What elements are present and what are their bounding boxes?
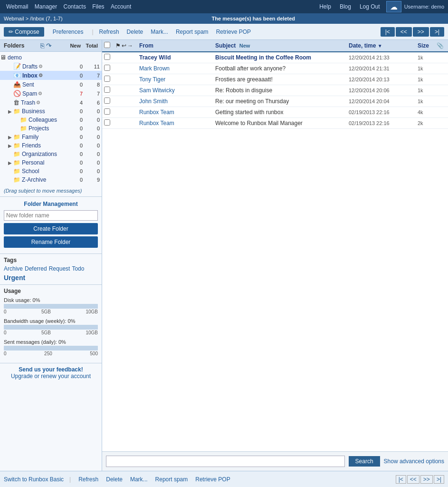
report-spam-link[interactable]: Report spam	[174, 29, 210, 35]
email-row[interactable]: Runbox TeamGetting started with runbox02…	[102, 107, 448, 118]
create-folder-button[interactable]: Create Folder	[4, 223, 98, 234]
folder-item-drafts[interactable]: 📝Drafts⚙011	[0, 62, 102, 71]
gear-icon-spam[interactable]: ⚙	[38, 91, 42, 96]
rename-folder-button[interactable]: Rename Folder	[4, 236, 98, 248]
advanced-search-link[interactable]: Show advanced options	[384, 458, 444, 465]
email-row[interactable]: Runbox TeamWelcome to Runbox Mail Manage…	[102, 118, 448, 129]
upgrade-link[interactable]: Upgrade or renew your account	[4, 373, 98, 380]
gear-icon-drafts[interactable]: ⚙	[38, 64, 43, 69]
folder-counts-z-archive: 09	[71, 177, 100, 183]
folder-new-count-school: 0	[71, 168, 83, 174]
email-row[interactable]: John SmithRe: our meeting on Thursday12/…	[102, 96, 448, 107]
bottom-delete-link[interactable]: Delete	[104, 476, 124, 483]
nav-account[interactable]: Account	[111, 3, 131, 10]
sent-usage-bar-bg	[4, 346, 98, 351]
nav-files[interactable]: Files	[92, 3, 104, 10]
bottom-nav-last-button[interactable]: >|	[434, 475, 444, 484]
nav-help[interactable]: Help	[319, 3, 331, 10]
email-checkbox-0[interactable]	[104, 54, 110, 60]
nav-last-button[interactable]: >|	[430, 27, 444, 37]
tag-request[interactable]: Request	[49, 265, 70, 272]
folder-counts-inbox: 07	[71, 73, 100, 78]
email-checkbox-2[interactable]	[104, 76, 110, 82]
folder-item-organizations[interactable]: 📁Organizations00	[0, 150, 102, 158]
folder-copy-icon[interactable]: ⎘	[40, 42, 44, 49]
folder-expand-friends[interactable]: ▶	[7, 143, 13, 148]
nav-contacts[interactable]: Contacts	[64, 3, 86, 10]
nav-manager[interactable]: Manager	[35, 3, 57, 10]
select-all-checkbox[interactable]	[104, 42, 110, 48]
email-row[interactable]: Mark BrownFootball after work anyone?12/…	[102, 63, 448, 74]
bottom-report-spam-link[interactable]: Report spam	[153, 476, 190, 483]
refresh-link[interactable]: Refresh	[97, 29, 121, 35]
retrieve-pop-link[interactable]: Retrieve POP	[214, 29, 253, 35]
folder-item-colleagues[interactable]: 📁Colleagues00	[0, 116, 102, 124]
flag-icon: ⚑	[115, 42, 121, 49]
switch-to-basic-link[interactable]: Switch to Runbox Basic	[4, 476, 64, 483]
folder-item-sent[interactable]: 📤Sent08	[0, 80, 102, 89]
folder-new-count-family: 0	[71, 134, 83, 140]
folder-item-business[interactable]: ▶📁Business00	[0, 107, 102, 116]
bottom-nav-next-button[interactable]: >>	[420, 475, 433, 484]
search-input[interactable]	[106, 456, 345, 467]
folder-item-demo[interactable]: 🖥demo	[0, 53, 102, 62]
email-checkbox-1[interactable]	[104, 65, 110, 71]
email-date-0: 12/20/2014 21:33	[349, 55, 418, 60]
folder-item-school[interactable]: 📁School00	[0, 167, 102, 175]
folder-item-trash[interactable]: 🗑Trash⚙46	[0, 98, 102, 107]
feedback-link[interactable]: Send us your feedback!	[4, 366, 98, 373]
nav-blog[interactable]: Blog	[340, 3, 351, 10]
flags-col: ⚑ ↩ →	[115, 42, 139, 49]
pagination-controls: |< << >> >|	[381, 27, 444, 37]
compose-button[interactable]: ✏ Compose	[4, 27, 44, 37]
search-button[interactable]: Search	[349, 456, 380, 467]
folder-counts-friends: 00	[71, 143, 100, 148]
folder-item-personal[interactable]: ▶📁Personal00	[0, 158, 102, 167]
folder-item-z-archive[interactable]: 📁Z-Archive09	[0, 175, 102, 184]
nav-webmail[interactable]: Webmail	[6, 3, 28, 10]
folder-name-spam: Spam⚙	[22, 90, 71, 97]
folder-item-projects[interactable]: 📁Projects00	[0, 124, 102, 133]
tag-todo[interactable]: Todo	[72, 265, 84, 272]
bottom-mark-link[interactable]: Mark...	[128, 476, 150, 483]
folder-move-icon[interactable]: ↷	[46, 42, 52, 49]
folder-total-count-trash: 6	[86, 100, 100, 106]
sent-scale: 0250500	[4, 351, 98, 356]
email-row[interactable]: Tracey WildBiscuit Meeting in the Coffee…	[102, 52, 448, 63]
folder-total-count-spam: 7	[86, 91, 100, 97]
folder-icon-demo: 🖥	[0, 54, 6, 61]
tag-archive[interactable]: Archive	[4, 265, 23, 272]
tag-deferred[interactable]: Deferred	[25, 265, 47, 272]
preferences-button[interactable]: Preferences	[48, 27, 88, 37]
gear-icon-inbox[interactable]: ⚙	[38, 73, 43, 78]
email-checkbox-4[interactable]	[104, 97, 110, 104]
folder-expand-business[interactable]: ▶	[7, 109, 13, 114]
folder-item-family[interactable]: ▶📁Family00	[0, 133, 102, 141]
nav-logout[interactable]: Log Out	[360, 3, 380, 10]
email-list: Tracey WildBiscuit Meeting in the Coffee…	[102, 52, 448, 451]
folder-item-friends[interactable]: ▶📁Friends00	[0, 141, 102, 150]
email-checkbox-3[interactable]	[104, 87, 110, 93]
delete-link[interactable]: Delete	[125, 29, 145, 35]
nav-first-button[interactable]: |<	[381, 27, 395, 37]
folder-item-inbox[interactable]: 📧Inbox⚙07	[0, 71, 102, 80]
folder-expand-personal[interactable]: ▶	[7, 160, 13, 166]
bottom-refresh-link[interactable]: Refresh	[76, 476, 100, 483]
email-row[interactable]: Sam WitwickyRe: Robots in disguise12/20/…	[102, 85, 448, 96]
folder-new-count-trash: 4	[71, 100, 83, 106]
bottom-nav-prev-button[interactable]: <<	[407, 475, 419, 484]
folder-expand-family[interactable]: ▶	[7, 135, 13, 140]
bottom-retrieve-pop-link[interactable]: Retrieve POP	[193, 476, 232, 483]
new-folder-input[interactable]	[4, 210, 98, 221]
email-checkbox-5[interactable]	[104, 108, 110, 115]
nav-next-button[interactable]: >>	[413, 27, 429, 37]
tag-urgent[interactable]: Urgent	[4, 274, 25, 282]
mark-link[interactable]: Mark...	[149, 29, 170, 35]
folder-item-spam[interactable]: 🚫Spam⚙77	[0, 89, 102, 98]
gear-icon-trash[interactable]: ⚙	[36, 100, 40, 105]
email-checkbox-6[interactable]	[104, 119, 110, 126]
email-row[interactable]: Tony TigerFrosties are greeaaatt!12/20/2…	[102, 74, 448, 85]
email-subject-5: Getting started with runbox	[215, 109, 349, 116]
bottom-nav-first-button[interactable]: |<	[396, 475, 406, 484]
nav-prev-button[interactable]: <<	[396, 27, 412, 37]
